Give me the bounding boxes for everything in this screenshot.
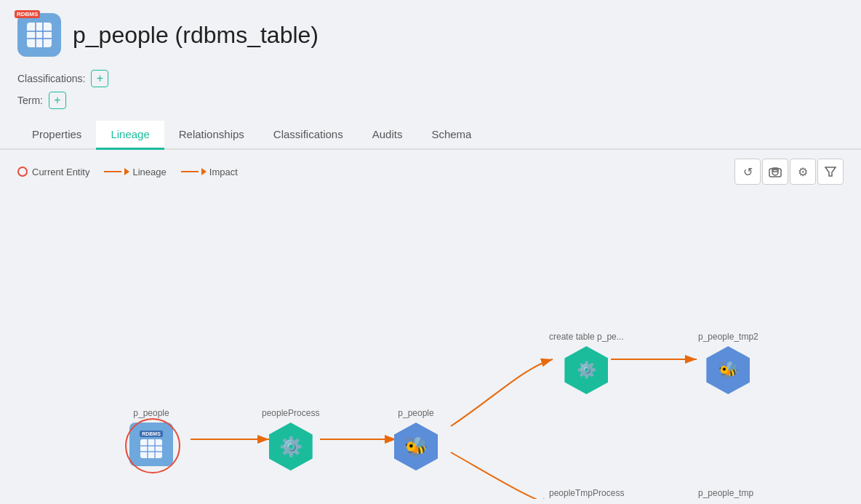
classifications-label: Classifications: [17, 73, 85, 84]
node-label-p-people-src: p_people [133, 408, 169, 418]
legend-current-entity: Current Entity [17, 167, 89, 177]
classifications-row: Classifications: + [17, 70, 844, 87]
gear-emoji-create: ⚙️ [577, 361, 596, 380]
term-label: Term: [17, 95, 43, 106]
tab-relationships[interactable]: Relationships [164, 121, 259, 150]
bee-emoji-tmp2: 🐝 [718, 361, 738, 380]
add-classification-button[interactable]: + [91, 70, 108, 87]
lineage-arrow-line [104, 171, 121, 172]
current-entity-circle [17, 167, 28, 177]
page-wrapper: RDBMS p_people (rdbms_table) Classificat… [0, 0, 861, 504]
toolbar-icons: ↺ ⚙ [734, 159, 844, 185]
lineage-label: Lineage [132, 167, 166, 177]
page-title: p_people (rdbms_table) [73, 22, 319, 49]
node-p-people-tmp2[interactable]: p_people_tmp2 🐝 [698, 332, 758, 394]
bee-emoji-mid: 🐝 [404, 436, 428, 458]
impact-arrow-head [201, 168, 207, 175]
legend-bar: Current Entity Lineage Impact ↺ ⚙ [0, 150, 861, 193]
hex-icon-people-process: ⚙️ [269, 423, 313, 471]
lineage-canvas: p_people RDBMS peopleProcess [0, 193, 861, 499]
tab-lineage[interactable]: Lineage [96, 121, 164, 150]
hex-icon-create-table: ⚙️ [564, 346, 608, 394]
svg-rect-14 [140, 439, 162, 458]
tab-schema[interactable]: Schema [417, 121, 486, 150]
hex-icon-p-people-mid: 🐝 [394, 423, 438, 471]
screenshot-button[interactable] [762, 159, 788, 185]
node-label-p-people-mid: p_people [398, 408, 433, 418]
node-people-tmp-process[interactable]: peopleTmpProcess ⚙️ [549, 488, 624, 499]
reset-view-button[interactable]: ↺ [734, 159, 761, 185]
filter-button[interactable] [817, 159, 844, 185]
rdbms-badge: RDBMS [15, 10, 40, 18]
current-entity-ring: RDBMS [129, 423, 173, 466]
settings-button[interactable]: ⚙ [790, 159, 816, 185]
tabs-bar: Properties Lineage Relationships Classif… [0, 121, 861, 150]
legend-lineage: Lineage [104, 167, 166, 177]
meta-section: Classifications: + Term: + [0, 64, 861, 115]
hex-node-p-people-mid: 🐝 [394, 423, 438, 471]
svg-rect-0 [27, 23, 52, 47]
lineage-arrow-head [124, 168, 129, 175]
node-create-table[interactable]: create table p_pe... ⚙️ [549, 332, 624, 394]
term-row: Term: + [17, 92, 844, 109]
node-label-create-table: create table p_pe... [549, 332, 624, 342]
table-icon [25, 21, 53, 49]
hex-node-p-people-tmp2: 🐝 [706, 346, 750, 394]
node-label-p-people-tmp2: p_people_tmp2 [698, 332, 758, 342]
entity-icon: RDBMS [17, 13, 61, 57]
node-people-process[interactable]: peopleProcess ⚙️ [262, 408, 319, 471]
current-entity-label: Current Entity [32, 167, 89, 177]
rdbms-node-icon: RDBMS [129, 423, 173, 466]
tab-audits[interactable]: Audits [358, 121, 417, 150]
node-p-people-tmp[interactable]: p_people_tmp 🐝 [698, 488, 753, 499]
tab-classifications[interactable]: Classifications [259, 121, 358, 150]
node-p-people-source[interactable]: p_people RDBMS [129, 408, 173, 466]
rdbms-node-badge: RDBMS [140, 431, 163, 437]
svg-marker-8 [825, 167, 836, 176]
hex-node-create-table: ⚙️ [564, 346, 608, 394]
impact-label: Impact [209, 167, 238, 177]
hex-icon-p-people-tmp2: 🐝 [706, 346, 750, 394]
legend-impact: Impact [181, 167, 238, 177]
gear-emoji: ⚙️ [279, 436, 303, 458]
node-label-p-people-tmp: p_people_tmp [698, 488, 753, 498]
impact-arrow-line [181, 171, 199, 172]
filter-icon [825, 166, 836, 177]
tab-properties[interactable]: Properties [17, 121, 96, 150]
table-grid-icon [140, 439, 163, 459]
camera-icon [769, 165, 782, 178]
node-label-people-tmp-process: peopleTmpProcess [549, 488, 624, 498]
add-term-button[interactable]: + [49, 92, 66, 109]
svg-point-5 [772, 169, 778, 175]
header: RDBMS p_people (rdbms_table) [0, 0, 861, 64]
hex-node-people-process: ⚙️ [269, 423, 313, 471]
node-label-people-process: peopleProcess [262, 408, 319, 418]
node-p-people-mid[interactable]: p_people 🐝 [394, 408, 438, 471]
